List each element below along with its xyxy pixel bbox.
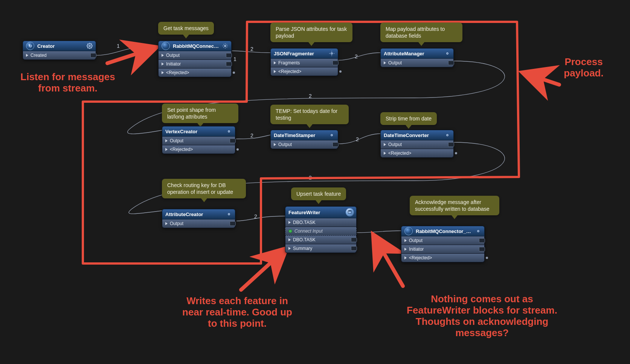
- gear-icon[interactable]: [226, 128, 232, 134]
- port-output[interactable]: Output: [162, 137, 235, 145]
- tooltip-vertex-creator: Set point shape from lat/long attributes: [162, 104, 238, 123]
- gear-icon[interactable]: [329, 50, 335, 56]
- gear-icon[interactable]: [87, 43, 93, 49]
- node-title: AttributeCreator: [165, 212, 223, 217]
- svg-point-8: [348, 210, 351, 212]
- node-header[interactable]: RabbitMQConnector: [158, 41, 232, 51]
- port-output[interactable]: Output: [380, 59, 454, 67]
- node-header[interactable]: FeatureWriter: [285, 206, 357, 218]
- node-creator[interactable]: Creator Created: [23, 41, 96, 60]
- svg-point-5: [331, 134, 333, 136]
- port-connect-input[interactable]: Connect Input: [285, 227, 357, 236]
- node-datetime-stamper[interactable]: DateTimeStamper Output: [270, 130, 338, 149]
- port-label: <Rejected>: [278, 69, 301, 74]
- port-label: DBO.TASK: [293, 237, 316, 242]
- port-label: Output: [278, 142, 292, 147]
- port-label: Output: [409, 238, 423, 243]
- node-title: Creator: [37, 43, 84, 49]
- connector-icon: [162, 42, 170, 50]
- port-summary[interactable]: Summary: [285, 244, 357, 253]
- port-rejected[interactable]: <Rejected>: [401, 254, 485, 262]
- node-header[interactable]: DateTimeStamper: [270, 130, 338, 140]
- port-label: DBO.TASK: [293, 220, 316, 225]
- port-output[interactable]: Output: [401, 236, 485, 245]
- port-label: Output: [388, 142, 402, 147]
- port-output[interactable]: Output: [158, 51, 232, 60]
- tooltip-attribute-manager: Map payload attributes to database field…: [380, 23, 462, 42]
- port-output[interactable]: Output: [270, 140, 338, 149]
- gear-icon[interactable]: [329, 132, 335, 138]
- edge-count: 2: [254, 213, 257, 219]
- annotation-process-payload: Process payload.: [550, 56, 618, 79]
- node-header[interactable]: AttributeManager: [380, 48, 454, 59]
- port-label: <Rejected>: [409, 255, 432, 260]
- port-rejected[interactable]: <Rejected>: [380, 149, 454, 158]
- creator-icon: [26, 42, 34, 50]
- connector-icon: [404, 227, 413, 235]
- tooltip-datetime-converter: Strip time from date: [380, 112, 437, 125]
- port-output[interactable]: Output: [162, 219, 235, 228]
- node-datetime-converter[interactable]: DateTimeConverter Output <Rejected>: [380, 130, 454, 158]
- edge-count: 2: [309, 175, 312, 181]
- port-output[interactable]: Output: [380, 140, 454, 149]
- node-rabbitmq-connector[interactable]: RabbitMQConnector Output Initiator <Reje…: [158, 41, 232, 77]
- port-initiator[interactable]: Initiator: [158, 60, 232, 69]
- node-title: DateTimeConverter: [384, 133, 441, 138]
- node-header[interactable]: AttributeCreator: [162, 209, 235, 219]
- port-label: Output: [166, 53, 180, 58]
- node-header[interactable]: VertexCreator: [162, 126, 235, 137]
- svg-point-2: [331, 53, 333, 54]
- node-header[interactable]: RabbitMQConnector_Ack: [401, 226, 485, 236]
- port-label: Connect Input: [294, 228, 323, 234]
- tooltip-rabbitmq-main: Get task messages: [158, 22, 214, 35]
- arrow-nothing-out: [375, 237, 403, 286]
- port-fragments[interactable]: Fragments: [270, 59, 338, 67]
- annotation-writes-realtime: Writes each feature in near real-time. G…: [177, 295, 297, 329]
- svg-point-1: [224, 45, 226, 47]
- edge-count: 2: [355, 53, 358, 59]
- port-rejected[interactable]: <Rejected>: [162, 145, 235, 154]
- node-header[interactable]: DateTimeConverter: [380, 130, 454, 140]
- port-initiator[interactable]: Initiator: [401, 245, 485, 254]
- gear-icon[interactable]: [475, 228, 481, 234]
- port-label: Output: [170, 138, 183, 143]
- port-rejected[interactable]: <Rejected>: [158, 69, 232, 77]
- port-created[interactable]: Created: [23, 51, 96, 60]
- port-label: <Rejected>: [388, 151, 411, 156]
- annotation-nothing-out: Nothing comes out as FeatureWriter block…: [401, 294, 563, 339]
- node-feature-writer[interactable]: FeatureWriter DBO.TASK Connect Input DBO…: [285, 206, 357, 253]
- gear-icon[interactable]: [222, 43, 228, 49]
- port-rejected[interactable]: <Rejected>: [270, 67, 338, 76]
- gear-icon[interactable]: [226, 211, 232, 217]
- tooltip-rabbitmq-ack: Acknowledge message after successfully w…: [410, 196, 499, 215]
- node-json-fragmenter[interactable]: JSONFragmenter Fragments <Rejected>: [270, 48, 338, 76]
- fme-workspace-canvas[interactable]: 1 1 2 2 2 2 2 2 2 Creator Created Get ta…: [0, 0, 630, 364]
- node-attribute-creator[interactable]: AttributeCreator Output: [162, 209, 235, 228]
- port-dbo-task-out[interactable]: DBO.TASK: [285, 236, 357, 244]
- edge-count: 2: [356, 136, 359, 142]
- edge-count: 2: [309, 93, 312, 99]
- node-title: RabbitMQConnector_Ack: [416, 228, 472, 234]
- svg-point-3: [447, 53, 448, 54]
- node-attribute-manager[interactable]: AttributeManager Output: [380, 48, 454, 67]
- svg-point-6: [447, 134, 448, 136]
- edge-count: 2: [250, 133, 253, 139]
- tooltip-json-fragmenter: Parse JSON attributes for task payload: [270, 23, 352, 42]
- port-label: Output: [170, 221, 183, 226]
- port-dbo-task-in[interactable]: DBO.TASK: [285, 218, 357, 227]
- node-title: AttributeManager: [384, 51, 441, 56]
- gear-icon[interactable]: [444, 50, 450, 56]
- port-label: <Rejected>: [166, 70, 189, 75]
- gear-icon[interactable]: [444, 132, 450, 138]
- node-rabbitmq-ack[interactable]: RabbitMQConnector_Ack Output Initiator <…: [401, 226, 485, 262]
- node-header[interactable]: Creator: [23, 41, 96, 51]
- node-header[interactable]: JSONFragmenter: [270, 48, 338, 59]
- svg-point-7: [228, 213, 230, 215]
- node-title: DateTimeStamper: [274, 133, 326, 138]
- svg-point-4: [228, 131, 230, 132]
- node-vertex-creator[interactable]: VertexCreator Output <Rejected>: [162, 126, 235, 154]
- node-title: JSONFragmenter: [274, 51, 326, 56]
- node-title: VertexCreator: [165, 129, 223, 134]
- port-label: Created: [31, 53, 47, 58]
- svg-point-0: [89, 45, 90, 47]
